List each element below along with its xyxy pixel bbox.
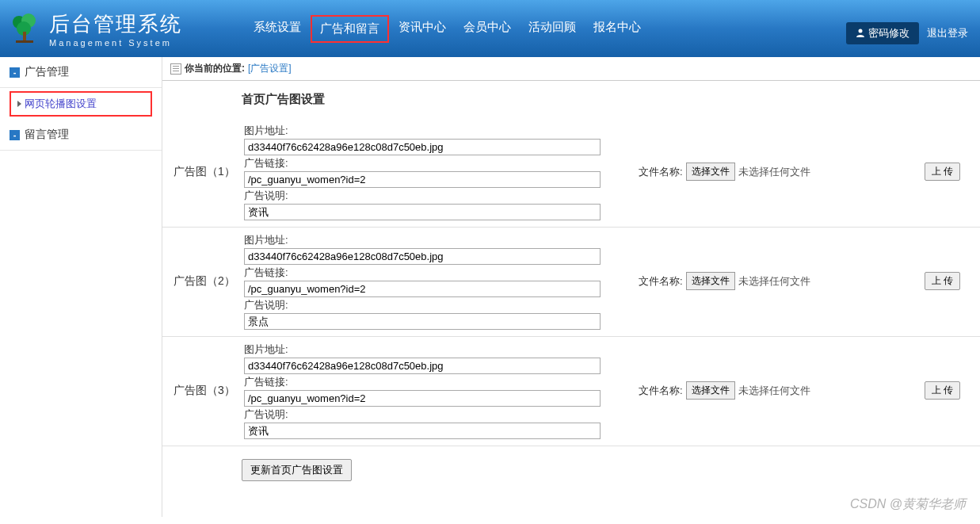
upload-button-3[interactable]: 上 传 bbox=[925, 381, 960, 400]
no-file-hint: 未选择任何文件 bbox=[738, 274, 810, 289]
submit-row: 更新首页广告图设置 bbox=[162, 446, 980, 494]
upload-button-2[interactable]: 上 传 bbox=[925, 272, 960, 290]
label-filename: 文件名称: bbox=[639, 384, 683, 398]
label-filename: 文件名称: bbox=[639, 165, 683, 179]
label-filename: 文件名称: bbox=[639, 274, 683, 289]
top-nav: 系统设置 广告和留言 资讯中心 会员中心 活动回顾 报名中心 bbox=[246, 15, 649, 43]
change-password-button[interactable]: 密码修改 bbox=[846, 22, 919, 44]
input-image-url-2[interactable] bbox=[244, 248, 601, 265]
logout-link[interactable]: 退出登录 bbox=[927, 26, 968, 40]
page-icon bbox=[170, 63, 181, 75]
user-icon bbox=[856, 28, 865, 40]
sidebar-item-carousel-settings[interactable]: 网页轮播图设置 bbox=[10, 91, 152, 117]
ad-row-title: 广告图（2） bbox=[170, 274, 238, 289]
nav-system-settings[interactable]: 系统设置 bbox=[246, 15, 309, 43]
input-desc-2[interactable] bbox=[244, 313, 601, 330]
label-image-url: 图片地址: bbox=[244, 342, 601, 357]
system-title: 后台管理系统 Management System bbox=[49, 10, 182, 48]
choose-file-button-3[interactable]: 选择文件 bbox=[686, 381, 735, 400]
input-link-3[interactable] bbox=[244, 390, 601, 407]
breadcrumb-current[interactable]: [广告设置] bbox=[248, 62, 292, 75]
breadcrumb-prefix: 你当前的位置: bbox=[185, 62, 245, 75]
input-image-url-1[interactable] bbox=[244, 139, 601, 155]
sidebar-group-label: 留言管理 bbox=[25, 128, 69, 142]
file-column: 文件名称: 选择文件 未选择任何文件 bbox=[607, 163, 918, 181]
label-image-url: 图片地址: bbox=[244, 124, 601, 138]
logo-icon bbox=[8, 11, 43, 46]
main-content: 你当前的位置: [广告设置] 首页广告图设置 广告图（1） 图片地址: 广告链接… bbox=[162, 57, 980, 517]
sidebar: - 广告管理 网页轮播图设置 - 留言管理 bbox=[0, 57, 162, 517]
ad-row-2: 广告图（2） 图片地址: 广告链接: 广告说明: 文件名称: 选择文件 未选择任… bbox=[162, 228, 980, 337]
header-bar: 后台管理系统 Management System 系统设置 广告和留言 资讯中心… bbox=[0, 0, 980, 57]
ad-fields: 图片地址: 广告链接: 广告说明: bbox=[244, 342, 601, 439]
sidebar-group-label: 广告管理 bbox=[25, 65, 69, 79]
collapse-icon: - bbox=[10, 67, 20, 78]
label-link: 广告链接: bbox=[244, 266, 601, 280]
update-settings-button[interactable]: 更新首页广告图设置 bbox=[242, 459, 352, 481]
sidebar-group-messages[interactable]: - 留言管理 bbox=[0, 120, 162, 151]
svg-point-5 bbox=[859, 29, 863, 33]
user-controls: 密码修改 退出登录 bbox=[846, 22, 968, 44]
triangle-icon bbox=[17, 101, 21, 107]
label-desc: 广告说明: bbox=[244, 189, 601, 203]
ad-row-3: 广告图（3） 图片地址: 广告链接: 广告说明: 文件名称: 选择文件 未选择任… bbox=[162, 337, 980, 446]
label-link: 广告链接: bbox=[244, 375, 601, 389]
no-file-hint: 未选择任何文件 bbox=[738, 384, 810, 398]
file-column: 文件名称: 选择文件 未选择任何文件 bbox=[607, 381, 918, 400]
logo-area: 后台管理系统 Management System bbox=[8, 10, 182, 48]
nav-signup-center[interactable]: 报名中心 bbox=[585, 15, 649, 43]
ad-row-1: 广告图（1） 图片地址: 广告链接: 广告说明: 文件名称: 选择文件 未选择任… bbox=[162, 118, 980, 228]
ad-row-title: 广告图（1） bbox=[170, 165, 238, 179]
ad-fields: 图片地址: 广告链接: 广告说明: bbox=[244, 123, 601, 220]
label-link: 广告链接: bbox=[244, 156, 601, 170]
ad-row-title: 广告图（3） bbox=[170, 384, 238, 398]
choose-file-button-1[interactable]: 选择文件 bbox=[686, 163, 735, 181]
input-image-url-3[interactable] bbox=[244, 358, 601, 374]
input-desc-3[interactable] bbox=[244, 423, 601, 439]
breadcrumb: 你当前的位置: [广告设置] bbox=[162, 57, 980, 81]
input-link-2[interactable] bbox=[244, 281, 601, 297]
upload-button-1[interactable]: 上 传 bbox=[925, 163, 960, 181]
page-title: 首页广告图设置 bbox=[162, 81, 980, 118]
change-password-label: 密码修改 bbox=[868, 26, 909, 40]
watermark: CSDN @黄菊华老师 bbox=[850, 496, 966, 513]
input-desc-1[interactable] bbox=[244, 204, 601, 220]
nav-info-center[interactable]: 资讯中心 bbox=[391, 15, 454, 43]
svg-rect-3 bbox=[23, 32, 26, 41]
nav-ads-messages[interactable]: 广告和留言 bbox=[311, 15, 389, 43]
file-column: 文件名称: 选择文件 未选择任何文件 bbox=[607, 272, 918, 290]
nav-member-center[interactable]: 会员中心 bbox=[456, 15, 519, 43]
sidebar-group-ads[interactable]: - 广告管理 bbox=[0, 57, 162, 88]
label-image-url: 图片地址: bbox=[244, 233, 601, 247]
collapse-icon: - bbox=[10, 130, 20, 140]
label-desc: 广告说明: bbox=[244, 298, 601, 312]
nav-activity-review[interactable]: 活动回顾 bbox=[521, 15, 584, 43]
input-link-1[interactable] bbox=[244, 171, 601, 188]
no-file-hint: 未选择任何文件 bbox=[738, 165, 810, 179]
svg-rect-4 bbox=[16, 40, 33, 43]
ad-fields: 图片地址: 广告链接: 广告说明: bbox=[244, 232, 601, 330]
choose-file-button-2[interactable]: 选择文件 bbox=[686, 272, 735, 290]
sidebar-item-label: 网页轮播图设置 bbox=[25, 97, 97, 111]
label-desc: 广告说明: bbox=[244, 407, 601, 422]
